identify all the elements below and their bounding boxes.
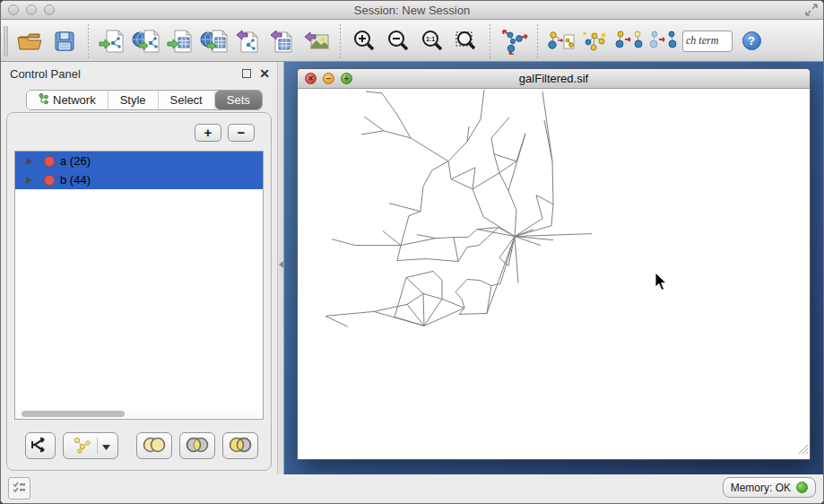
create-set-from-network-button[interactable] [63,432,118,459]
expander-triangle-icon[interactable] [26,177,32,184]
graph-edge [473,168,475,189]
new-network-from-selection-button[interactable] [544,24,578,58]
import-network-file-button[interactable] [95,24,129,58]
save-session-button[interactable] [48,24,82,58]
graph-edge [459,313,487,314]
graph-edge [406,272,433,278]
graph-edge [325,316,348,326]
graph-edge [374,304,407,311]
graph-edge [515,226,551,237]
graph-edge [397,246,401,261]
help-icon: ? [742,31,761,50]
set-label: b (44) [60,173,91,187]
zoom-in-button[interactable] [347,24,381,58]
svg-text:1:1: 1:1 [426,36,435,42]
fullscreen-icon[interactable] [805,4,818,20]
graph-edge [382,93,397,115]
graph-edge [536,196,542,219]
tab-sets[interactable]: Sets [215,91,262,109]
graph-edge [468,230,477,238]
memory-status-button[interactable]: Memory: OK [723,477,816,498]
network-graph-svg [298,89,810,459]
title-bar[interactable]: Session: New Session [1,1,823,20]
tab-label: Sets [227,93,250,107]
network-canvas[interactable] [298,89,810,459]
export-table-button[interactable] [265,24,299,58]
search-input[interactable] [682,30,733,52]
apply-preferred-layout-button[interactable] [497,24,531,58]
apply-layout-icon [499,28,528,55]
resize-grip[interactable] [797,442,809,458]
network-window-titlebar[interactable]: × − + galFiltered.sif [298,69,810,89]
graph-edge [433,272,442,281]
graph-edge [448,161,451,179]
open-session-button[interactable] [13,24,48,58]
tab-label: Network [53,93,96,107]
add-set-button[interactable]: + [195,124,221,142]
split-set-button[interactable] [25,432,56,459]
graph-edge [395,317,424,326]
zoom-out-button[interactable] [381,24,415,58]
control-panel-header: Control Panel ✕ [1,62,277,86]
horizontal-scrollbar[interactable] [15,409,263,419]
network-view-window[interactable]: × − + galFiltered.sif [297,68,811,460]
mouse-cursor [655,273,668,295]
union-sets-button[interactable] [136,432,172,459]
status-bar: Memory: OK [1,474,823,503]
list-item[interactable]: a (26) [15,152,263,170]
graph-edge [467,279,480,280]
zoom-selected-region-button[interactable] [449,24,483,58]
tab-label: Style [120,93,146,107]
export-network-button[interactable] [231,24,265,58]
close-panel-icon[interactable]: ✕ [259,66,270,81]
union-venn-icon [142,436,167,456]
set-color-dot [44,175,55,186]
graph-edge [423,293,424,326]
export-table-icon [269,28,296,55]
new-network-selected-nodes-selected-edges-button[interactable] [646,24,681,58]
new-network-selected-nodes-all-edges-button[interactable] [612,24,646,58]
graph-edge [436,238,454,239]
graph-edge [494,154,516,161]
export-image-icon [303,28,330,55]
graph-edge [491,283,500,285]
application-window: Session: New Session [0,0,824,504]
graph-edge [432,161,448,170]
panel-divider[interactable] [277,62,284,474]
graph-edge [515,219,542,237]
intersection-sets-button[interactable] [179,432,215,459]
difference-sets-button[interactable] [222,432,258,459]
new-network-selected-nodes-all-edges-icon [615,28,644,55]
zoom-actual-size-button[interactable]: 1:1 [415,24,449,58]
set-color-dot [44,156,55,167]
expander-triangle-icon[interactable] [26,158,32,165]
import-table-url-button[interactable] [197,24,231,58]
graph-edge [477,228,499,230]
list-item[interactable]: b (44) [15,170,263,189]
window-title: Session: New Session [1,4,823,17]
tab-network[interactable]: Network [27,91,108,109]
select-first-neighbors-button[interactable] [578,24,612,58]
toolbar-drag-handle[interactable] [4,26,8,56]
float-panel-icon[interactable] [242,69,251,78]
export-image-button[interactable] [299,24,334,58]
toolbar-separator [340,24,341,58]
import-network-url-button[interactable] [129,24,163,58]
graph-edge [536,196,553,204]
graph-edge [383,231,401,246]
chevron-down-icon [102,439,110,453]
graph-edge [442,299,464,308]
task-history-button[interactable] [8,477,30,500]
help-button[interactable]: ? [740,30,763,53]
graph-edge [508,134,525,191]
remove-set-button[interactable]: − [228,124,255,142]
tab-select[interactable]: Select [159,91,215,109]
import-table-file-button[interactable] [163,24,197,58]
network-tree-icon [39,93,48,108]
save-disk-icon [52,29,77,54]
sets-list[interactable]: a (26) b (44) [14,151,264,420]
scrollbar-thumb[interactable] [22,411,125,417]
graph-edge [491,117,509,138]
collapse-panel-icon[interactable] [279,261,283,268]
tab-style[interactable]: Style [108,91,159,109]
